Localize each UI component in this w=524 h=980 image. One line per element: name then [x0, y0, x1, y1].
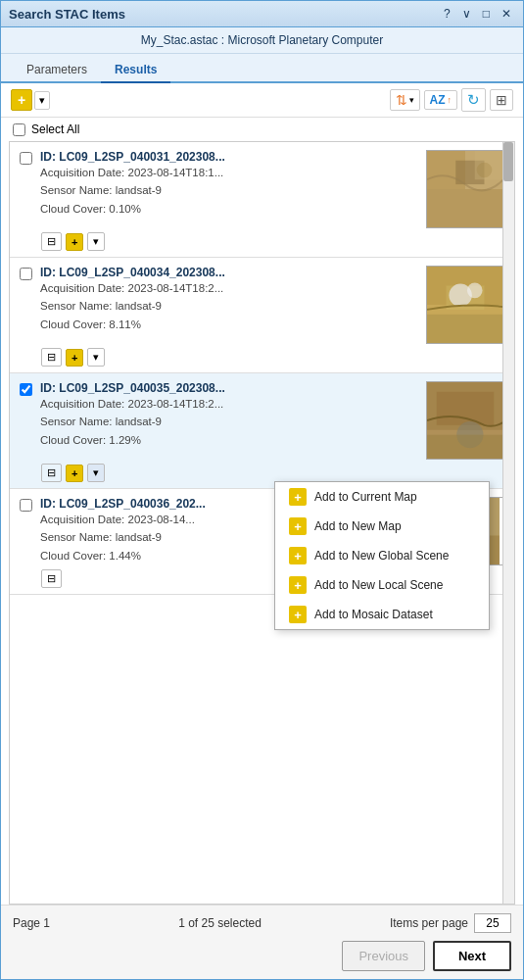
result-item: ID: LC09_L2SP_040031_202308... Acquisiti… — [10, 142, 514, 258]
svg-rect-16 — [427, 435, 503, 459]
ipp-input[interactable] — [474, 913, 511, 933]
result-checkbox[interactable] — [20, 268, 32, 280]
window-subtitle: My_Stac.astac : Microsoft Planetary Comp… — [1, 27, 523, 54]
scrollbar-thumb[interactable] — [503, 142, 513, 181]
select-all-label[interactable]: Select All — [31, 122, 79, 136]
footer-buttons: Previous Next — [13, 941, 511, 971]
toolbar: + ▾ ⇅ ▾ AZ ↑ ↻ ⊞ — [1, 83, 523, 118]
svg-rect-14 — [437, 392, 495, 425]
result-id: ID: LC09_L2SP_040031_202308... — [40, 150, 418, 164]
result-checkbox[interactable] — [20, 152, 32, 165]
footer: Page 1 1 of 25 selected Items per page P… — [1, 905, 523, 979]
result-id: ID: LC09_L2SP_040034_202308... — [40, 266, 418, 279]
result-item: ID: LC09_L2SP_040034_202308... Acquisiti… — [10, 258, 514, 373]
add-icon: + — [71, 467, 77, 479]
minimize-btn[interactable]: ∨ — [458, 6, 475, 22]
previous-button[interactable]: Previous — [342, 941, 425, 971]
result-item-header: ID: LC09_L2SP_040031_202308... Acquisiti… — [20, 150, 504, 228]
result-cloud: Cloud Cover: 8.11% — [40, 316, 418, 333]
result-sensor: Sensor Name: landsat-9 — [40, 297, 418, 315]
details-icon: ⊟ — [47, 235, 56, 248]
item-add-btn[interactable]: + — [66, 349, 83, 367]
result-info: ID: LC09_L2SP_040034_202308... Acquisiti… — [40, 266, 418, 333]
result-sensor: Sensor Name: landsat-9 — [40, 413, 418, 430]
svg-rect-3 — [427, 189, 503, 227]
tab-parameters[interactable]: Parameters — [13, 58, 101, 81]
menu-add-icon: + — [289, 517, 307, 535]
menu-item-label: Add to New Local Scene — [314, 578, 443, 592]
dropdown-arrow-icon: ▾ — [93, 466, 99, 479]
scrollbar-track[interactable] — [502, 142, 514, 904]
menu-item-label: Add to Mosaic Dataset — [314, 608, 433, 621]
result-acquisition: Acquisition Date: 2023-08-14T18:1... — [40, 164, 418, 181]
window-controls: ? ∨ □ ✕ — [440, 6, 515, 22]
result-acquisition: Acquisition Date: 2023-08-14T18:2... — [40, 395, 418, 413]
item-add-btn[interactable]: + — [66, 233, 83, 251]
result-item-header: ID: LC09_L2SP_040034_202308... Acquisiti… — [20, 266, 504, 344]
tab-results[interactable]: Results — [101, 58, 170, 83]
item-add-btn[interactable]: + — [66, 465, 83, 482]
sort-dropdown-arrow: ▾ — [409, 95, 414, 105]
items-per-page-group: Items per page — [390, 913, 511, 933]
svg-point-10 — [467, 283, 483, 299]
title-bar: Search STAC Items ? ∨ □ ✕ — [1, 1, 523, 27]
az-arrow-icon: ↑ — [448, 95, 453, 105]
select-all-checkbox[interactable] — [13, 123, 25, 136]
result-checkbox[interactable] — [20, 499, 32, 512]
item-add-dropdown-btn[interactable]: ▾ — [87, 464, 105, 482]
dropdown-arrow-icon: ▾ — [93, 235, 99, 248]
item-add-dropdown-btn[interactable]: ▾ — [87, 348, 105, 367]
result-sensor: Sensor Name: landsat-9 — [40, 181, 418, 199]
svg-point-5 — [477, 163, 493, 178]
menu-item-add-local-scene[interactable]: + Add to New Local Scene — [275, 570, 489, 600]
result-info: ID: LC09_L2SP_040035_202308... Acquisiti… — [40, 381, 418, 449]
refresh-button[interactable]: ↻ — [461, 88, 486, 112]
details-icon: ⊟ — [47, 466, 56, 479]
arrows-ud-icon: ⇅ — [396, 92, 407, 108]
menu-item-label: Add to Current Map — [314, 490, 417, 504]
help-btn[interactable]: ? — [440, 6, 454, 22]
result-info: ID: LC09_L2SP_040031_202308... Acquisiti… — [40, 150, 418, 218]
next-button[interactable]: Next — [433, 941, 511, 971]
menu-item-add-new-map[interactable]: + Add to New Map — [275, 512, 489, 541]
sort-az-button[interactable]: AZ ↑ — [424, 90, 458, 110]
add-button[interactable]: + — [11, 89, 32, 111]
result-actions: ⊟ + ▾ — [20, 348, 504, 367]
menu-add-icon: + — [289, 606, 307, 623]
refresh-icon: ↻ — [467, 91, 480, 109]
toolbar-right: ⇅ ▾ AZ ↑ ↻ ⊞ — [390, 88, 514, 112]
details-icon: ⊟ — [47, 351, 56, 364]
result-checkbox[interactable] — [20, 383, 32, 396]
close-btn[interactable]: ✕ — [498, 6, 515, 22]
tab-bar: Parameters Results — [1, 54, 523, 83]
ipp-label: Items per page — [390, 916, 468, 930]
add-dropdown-arrow[interactable]: ▾ — [34, 91, 50, 110]
item-add-dropdown-btn[interactable]: ▾ — [87, 232, 105, 251]
menu-item-add-mosaic[interactable]: + Add to Mosaic Dataset — [275, 600, 489, 629]
item-details-btn[interactable]: ⊟ — [41, 232, 62, 251]
dropdown-arrow-icon: ▾ — [93, 351, 99, 364]
menu-add-icon: + — [289, 488, 307, 506]
menu-item-add-current-map[interactable]: + Add to Current Map — [275, 482, 489, 512]
add-icon: + — [71, 236, 77, 248]
dropdown-menu: + Add to Current Map + Add to New Map + … — [274, 481, 490, 630]
menu-add-icon: + — [289, 547, 307, 564]
page-label: Page 1 — [13, 916, 50, 930]
sort-order-button[interactable]: ⇅ ▾ — [390, 89, 420, 111]
result-cloud: Cloud Cover: 0.10% — [40, 200, 418, 218]
table-view-button[interactable]: ⊞ — [490, 89, 513, 111]
item-details-btn[interactable]: ⊟ — [41, 464, 62, 482]
select-all-row: Select All — [1, 118, 523, 141]
maximize-btn[interactable]: □ — [479, 6, 494, 22]
item-details-btn[interactable]: ⊟ — [41, 569, 62, 588]
item-details-btn[interactable]: ⊟ — [41, 348, 62, 367]
result-thumbnail — [426, 381, 504, 460]
menu-item-add-global-scene[interactable]: + Add to New Global Scene — [275, 541, 489, 570]
az-icon: AZ — [430, 93, 446, 107]
menu-item-label: Add to New Map — [314, 519, 402, 533]
window-title: Search STAC Items — [9, 7, 125, 22]
result-thumbnail — [426, 266, 504, 344]
table-icon: ⊞ — [496, 92, 507, 108]
result-acquisition: Acquisition Date: 2023-08-14T18:2... — [40, 279, 418, 297]
add-btn-group: + ▾ — [11, 89, 50, 111]
